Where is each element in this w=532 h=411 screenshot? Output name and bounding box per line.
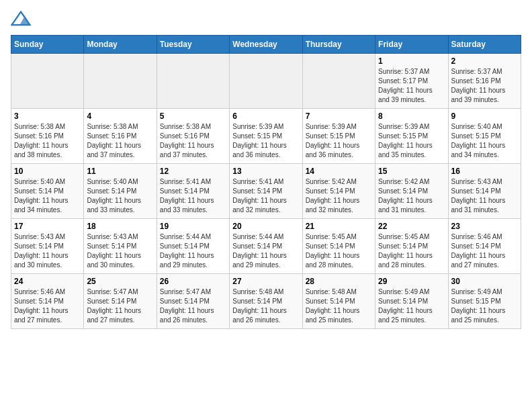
page-header	[11, 11, 521, 27]
day-info: Sunrise: 5:48 AM Sunset: 5:14 PM Dayligh…	[232, 287, 299, 325]
day-number: 8	[378, 111, 445, 121]
day-info: Sunrise: 5:44 AM Sunset: 5:14 PM Dayligh…	[160, 232, 226, 270]
day-number: 20	[232, 222, 299, 231]
calendar-cell: 19Sunrise: 5:44 AM Sunset: 5:14 PM Dayli…	[157, 219, 229, 274]
week-row-2: 3Sunrise: 5:38 AM Sunset: 5:16 PM Daylig…	[11, 109, 521, 164]
day-number: 14	[306, 167, 372, 176]
day-info: Sunrise: 5:44 AM Sunset: 5:14 PM Dayligh…	[232, 232, 299, 270]
day-info: Sunrise: 5:49 AM Sunset: 5:15 PM Dayligh…	[451, 287, 518, 325]
week-row-5: 24Sunrise: 5:46 AM Sunset: 5:14 PM Dayli…	[11, 274, 521, 329]
week-row-1: 1Sunrise: 5:37 AM Sunset: 5:17 PM Daylig…	[11, 54, 521, 109]
day-number: 16	[451, 167, 518, 176]
day-info: Sunrise: 5:47 AM Sunset: 5:14 PM Dayligh…	[87, 287, 153, 325]
day-number: 11	[87, 167, 153, 176]
calendar-cell: 21Sunrise: 5:45 AM Sunset: 5:14 PM Dayli…	[302, 219, 375, 274]
calendar-cell: 13Sunrise: 5:41 AM Sunset: 5:14 PM Dayli…	[230, 164, 302, 219]
calendar-cell: 11Sunrise: 5:40 AM Sunset: 5:14 PM Dayli…	[84, 164, 157, 219]
day-number: 2	[451, 56, 518, 66]
calendar-cell: 23Sunrise: 5:46 AM Sunset: 5:14 PM Dayli…	[448, 219, 521, 274]
day-number: 18	[87, 222, 153, 231]
day-info: Sunrise: 5:38 AM Sunset: 5:16 PM Dayligh…	[160, 122, 226, 160]
day-number: 24	[14, 277, 81, 286]
day-info: Sunrise: 5:37 AM Sunset: 5:16 PM Dayligh…	[451, 67, 518, 105]
day-number: 13	[232, 167, 299, 176]
day-info: Sunrise: 5:48 AM Sunset: 5:14 PM Dayligh…	[306, 287, 372, 325]
day-number: 9	[451, 111, 518, 121]
day-number: 29	[378, 277, 445, 286]
day-info: Sunrise: 5:40 AM Sunset: 5:15 PM Dayligh…	[451, 122, 518, 160]
calendar-cell: 29Sunrise: 5:49 AM Sunset: 5:14 PM Dayli…	[375, 274, 448, 329]
day-info: Sunrise: 5:46 AM Sunset: 5:14 PM Dayligh…	[451, 232, 518, 270]
calendar-cell: 9Sunrise: 5:40 AM Sunset: 5:15 PM Daylig…	[448, 109, 521, 164]
col-header-wednesday: Wednesday	[230, 36, 302, 54]
day-info: Sunrise: 5:42 AM Sunset: 5:14 PM Dayligh…	[306, 177, 372, 215]
day-info: Sunrise: 5:45 AM Sunset: 5:14 PM Dayligh…	[306, 232, 372, 270]
day-number: 7	[306, 111, 372, 121]
day-number: 23	[451, 222, 518, 231]
day-number: 6	[232, 111, 299, 121]
calendar-cell: 20Sunrise: 5:44 AM Sunset: 5:14 PM Dayli…	[230, 219, 302, 274]
day-info: Sunrise: 5:43 AM Sunset: 5:14 PM Dayligh…	[14, 232, 81, 270]
day-number: 1	[378, 56, 445, 66]
day-number: 28	[306, 277, 372, 286]
day-number: 27	[232, 277, 299, 286]
day-number: 10	[14, 167, 81, 176]
calendar-cell: 30Sunrise: 5:49 AM Sunset: 5:15 PM Dayli…	[448, 274, 521, 329]
day-number: 22	[378, 222, 445, 231]
calendar-cell	[11, 54, 84, 109]
header-row: SundayMondayTuesdayWednesdayThursdayFrid…	[11, 36, 521, 54]
day-number: 19	[160, 222, 226, 231]
calendar-cell: 1Sunrise: 5:37 AM Sunset: 5:17 PM Daylig…	[375, 54, 448, 109]
day-info: Sunrise: 5:39 AM Sunset: 5:15 PM Dayligh…	[232, 122, 299, 160]
col-header-monday: Monday	[84, 36, 157, 54]
day-number: 25	[87, 277, 153, 286]
col-header-sunday: Sunday	[11, 36, 84, 54]
day-number: 5	[160, 111, 226, 121]
calendar-cell	[230, 54, 302, 109]
calendar-cell: 12Sunrise: 5:41 AM Sunset: 5:14 PM Dayli…	[157, 164, 229, 219]
day-info: Sunrise: 5:43 AM Sunset: 5:14 PM Dayligh…	[451, 177, 518, 215]
calendar-cell: 25Sunrise: 5:47 AM Sunset: 5:14 PM Dayli…	[84, 274, 157, 329]
calendar-cell: 24Sunrise: 5:46 AM Sunset: 5:14 PM Dayli…	[11, 274, 84, 329]
calendar-cell: 26Sunrise: 5:47 AM Sunset: 5:14 PM Dayli…	[157, 274, 229, 329]
day-info: Sunrise: 5:40 AM Sunset: 5:14 PM Dayligh…	[14, 177, 81, 215]
day-info: Sunrise: 5:38 AM Sunset: 5:16 PM Dayligh…	[87, 122, 153, 160]
day-number: 12	[160, 167, 226, 176]
calendar-cell: 28Sunrise: 5:48 AM Sunset: 5:14 PM Dayli…	[302, 274, 375, 329]
calendar-cell: 8Sunrise: 5:39 AM Sunset: 5:15 PM Daylig…	[375, 109, 448, 164]
calendar-cell: 7Sunrise: 5:39 AM Sunset: 5:15 PM Daylig…	[302, 109, 375, 164]
col-header-tuesday: Tuesday	[157, 36, 229, 54]
day-number: 26	[160, 277, 226, 286]
day-info: Sunrise: 5:42 AM Sunset: 5:14 PM Dayligh…	[378, 177, 445, 215]
week-row-4: 17Sunrise: 5:43 AM Sunset: 5:14 PM Dayli…	[11, 219, 521, 274]
calendar-cell	[157, 54, 229, 109]
calendar-cell: 2Sunrise: 5:37 AM Sunset: 5:16 PM Daylig…	[448, 54, 521, 109]
day-number: 3	[14, 111, 81, 121]
logo	[11, 11, 34, 27]
day-info: Sunrise: 5:43 AM Sunset: 5:14 PM Dayligh…	[87, 232, 153, 270]
calendar-cell	[302, 54, 375, 109]
day-info: Sunrise: 5:40 AM Sunset: 5:14 PM Dayligh…	[87, 177, 153, 215]
calendar-cell: 3Sunrise: 5:38 AM Sunset: 5:16 PM Daylig…	[11, 109, 84, 164]
day-number: 15	[378, 167, 445, 176]
logo-icon	[11, 11, 31, 27]
day-info: Sunrise: 5:49 AM Sunset: 5:14 PM Dayligh…	[378, 287, 445, 325]
col-header-friday: Friday	[375, 36, 448, 54]
calendar-cell: 17Sunrise: 5:43 AM Sunset: 5:14 PM Dayli…	[11, 219, 84, 274]
svg-marker-1	[20, 16, 30, 26]
day-info: Sunrise: 5:46 AM Sunset: 5:14 PM Dayligh…	[14, 287, 81, 325]
calendar-table: SundayMondayTuesdayWednesdayThursdayFrid…	[11, 35, 521, 329]
day-info: Sunrise: 5:38 AM Sunset: 5:16 PM Dayligh…	[14, 122, 81, 160]
day-info: Sunrise: 5:39 AM Sunset: 5:15 PM Dayligh…	[306, 122, 372, 160]
day-info: Sunrise: 5:37 AM Sunset: 5:17 PM Dayligh…	[378, 67, 445, 105]
day-info: Sunrise: 5:39 AM Sunset: 5:15 PM Dayligh…	[378, 122, 445, 160]
calendar-cell: 16Sunrise: 5:43 AM Sunset: 5:14 PM Dayli…	[448, 164, 521, 219]
calendar-cell	[84, 54, 157, 109]
day-number: 21	[306, 222, 372, 231]
calendar-cell: 4Sunrise: 5:38 AM Sunset: 5:16 PM Daylig…	[84, 109, 157, 164]
day-info: Sunrise: 5:41 AM Sunset: 5:14 PM Dayligh…	[232, 177, 299, 215]
col-header-saturday: Saturday	[448, 36, 521, 54]
calendar-cell: 5Sunrise: 5:38 AM Sunset: 5:16 PM Daylig…	[157, 109, 229, 164]
day-number: 4	[87, 111, 153, 121]
day-info: Sunrise: 5:41 AM Sunset: 5:14 PM Dayligh…	[160, 177, 226, 215]
